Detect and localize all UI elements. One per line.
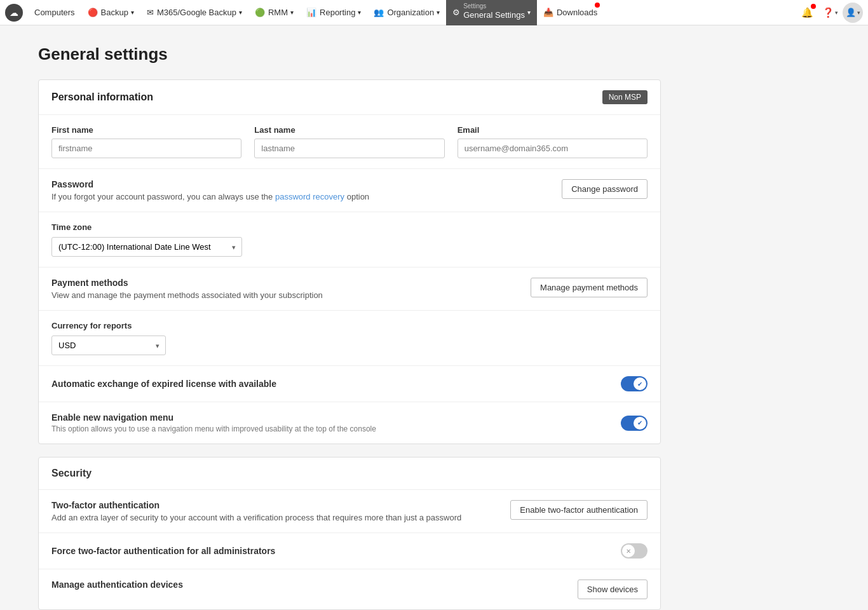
settings-caret: ▾ [527, 9, 531, 16]
personal-info-header: Personal information Non MSP [39, 80, 660, 115]
two-factor-row: Two-factor authentication Add an extra l… [39, 490, 660, 533]
new-nav-slider: ✔ [621, 416, 648, 431]
manage-auth-row: Manage authentication devices Show devic… [39, 569, 660, 609]
two-factor-content: Two-factor authentication Add an extra l… [51, 500, 510, 522]
nav-label-organization: Organization [387, 8, 434, 17]
currency-select[interactable]: USD EUR GBP CAD [51, 336, 166, 355]
personal-info-section: Personal information Non MSP First name … [38, 79, 661, 444]
backup-icon: 🔴 [88, 8, 98, 17]
first-name-group: First name [51, 125, 241, 158]
rmm-caret: ▾ [290, 9, 294, 16]
auto-exchange-content: Automatic exchange of expired license wi… [51, 379, 276, 389]
nav-item-m365[interactable]: ✉ M365/Google Backup ▾ [140, 0, 248, 25]
auto-exchange-toggle[interactable]: ✔ [621, 376, 648, 391]
nav-item-downloads[interactable]: 📥 Downloads [537, 0, 604, 25]
enable-2fa-button[interactable]: Enable two-factor authentication [510, 500, 648, 520]
auto-exchange-title: Automatic exchange of expired license wi… [51, 379, 276, 389]
manage-auth-content: Manage authentication devices [51, 580, 578, 592]
nav-label-backup: Backup [101, 8, 128, 17]
force-2fa-content: Force two-factor authentication for all … [51, 546, 275, 556]
nav-item-organization[interactable]: 👥 Organization ▾ [367, 0, 446, 25]
password-recovery-link[interactable]: password recovery [275, 192, 344, 201]
notifications-button[interactable]: 🔔 [797, 3, 817, 23]
name-fields-row: First name Last name Email [39, 115, 660, 169]
force-2fa-toggle[interactable]: ✕ [621, 543, 648, 559]
manage-auth-title: Manage authentication devices [51, 580, 578, 590]
nav-item-settings[interactable]: ⚙ Settings General Settings ▾ [446, 0, 537, 25]
first-name-label: First name [51, 125, 241, 135]
personal-info-title: Personal information [51, 92, 153, 103]
payment-description: View and manage the payment methods asso… [51, 290, 531, 300]
nav-label-reporting: Reporting [320, 8, 355, 17]
non-msp-badge: Non MSP [602, 90, 648, 104]
payment-title: Payment methods [51, 278, 531, 288]
force-2fa-title: Force two-factor authentication for all … [51, 546, 275, 556]
new-nav-toggle-row: Enable new navigation menu This option a… [39, 402, 660, 444]
force-2fa-slider: ✕ [621, 543, 648, 559]
reporting-caret: ▾ [358, 9, 361, 16]
timezone-select[interactable]: (UTC-12:00) International Date Line West… [51, 237, 242, 257]
change-password-button[interactable]: Change password [562, 179, 648, 199]
nav-label-settings: General Settings [463, 10, 525, 21]
password-row: Password If you forgot your account pass… [39, 169, 660, 212]
new-nav-content: Enable new navigation menu This option a… [51, 412, 376, 433]
security-section: Security Two-factor authentication Add a… [38, 457, 661, 610]
navbar: ☁ Computers 🔴 Backup ▾ ✉ M365/Google Bac… [0, 0, 868, 25]
password-description: If you forgot your account password, you… [51, 192, 562, 201]
nav-item-computers[interactable]: Computers [28, 0, 81, 25]
last-name-label: Last name [254, 125, 444, 135]
x-icon: ✕ [626, 548, 631, 555]
new-nav-knob: ✔ [634, 417, 646, 430]
auto-exchange-knob: ✔ [634, 377, 646, 390]
security-title: Security [51, 468, 92, 478]
nav-item-rmm[interactable]: 🟢 RMM ▾ [248, 0, 300, 25]
manage-payment-button[interactable]: Manage payment methods [531, 278, 648, 297]
backup-caret: ▾ [131, 9, 134, 16]
logo-icon: ☁ [10, 8, 18, 18]
timezone-label: Time zone [51, 222, 648, 232]
auto-exchange-slider: ✔ [621, 376, 648, 391]
nav-label-m365: M365/Google Backup [157, 8, 236, 17]
settings-icon: ⚙ [452, 8, 460, 17]
check-icon-2: ✔ [637, 419, 642, 426]
nav-label-downloads: Downloads [557, 8, 597, 17]
two-factor-title: Two-factor authentication [51, 500, 510, 510]
downloads-icon: 📥 [543, 8, 553, 17]
two-factor-description: Add an extra layer of security to your a… [51, 513, 510, 522]
payment-row: Payment methods View and manage the paym… [39, 268, 660, 311]
payment-content: Payment methods View and manage the paym… [51, 278, 531, 300]
help-caret: ▾ [835, 10, 838, 16]
help-button[interactable]: ❓ ▾ [820, 3, 840, 23]
email-label: Email [458, 125, 648, 135]
currency-row: Currency for reports USD EUR GBP CAD ▾ [39, 311, 660, 366]
nav-label-computers: Computers [34, 8, 75, 17]
show-devices-button[interactable]: Show devices [578, 580, 648, 599]
reporting-icon: 📊 [306, 8, 316, 17]
org-icon: 👥 [374, 8, 384, 17]
first-name-input[interactable] [51, 139, 241, 158]
timezone-select-wrapper: (UTC-12:00) International Date Line West… [51, 237, 242, 257]
user-avatar-button[interactable]: 👤 ▾ [843, 3, 863, 23]
m365-icon: ✉ [147, 8, 154, 17]
password-content: Password If you forgot your account pass… [51, 179, 562, 201]
notifications-badge [811, 4, 816, 9]
security-header: Security [39, 458, 660, 490]
app-logo[interactable]: ☁ [5, 4, 23, 22]
page-title: General settings [38, 44, 661, 64]
last-name-group: Last name [254, 125, 444, 158]
nav-right-actions: 🔔 ❓ ▾ 👤 ▾ [797, 3, 863, 23]
new-nav-description: This option allows you to use a navigati… [51, 424, 376, 433]
nav-label-rmm: RMM [268, 8, 288, 17]
password-desc-prefix: If you forgot your account password, you… [51, 192, 273, 201]
timezone-row: Time zone (UTC-12:00) International Date… [39, 212, 660, 268]
nav-item-backup[interactable]: 🔴 Backup ▾ [81, 0, 140, 25]
check-icon: ✔ [637, 381, 642, 388]
new-nav-toggle[interactable]: ✔ [621, 416, 648, 431]
force-2fa-toggle-row: Force two-factor authentication for all … [39, 533, 660, 569]
force-2fa-knob: ✕ [622, 545, 635, 557]
settings-sublabel: Settings [463, 3, 525, 10]
email-input[interactable] [458, 139, 648, 158]
last-name-input[interactable] [254, 139, 444, 158]
org-caret: ▾ [437, 9, 440, 16]
nav-item-reporting[interactable]: 📊 Reporting ▾ [300, 0, 367, 25]
